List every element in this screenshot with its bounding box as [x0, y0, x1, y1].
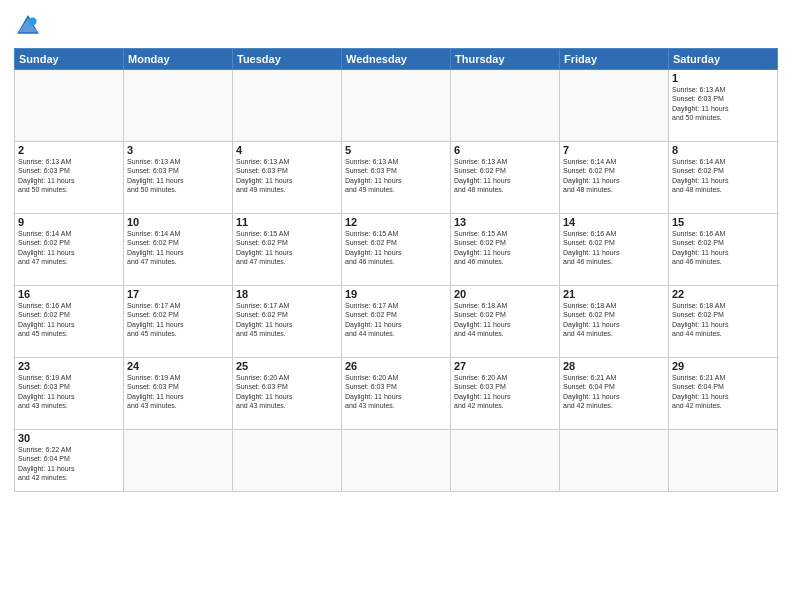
day-info: Sunrise: 6:18 AM Sunset: 6:02 PM Dayligh… — [563, 301, 665, 339]
day-cell: 9Sunrise: 6:14 AM Sunset: 6:02 PM Daylig… — [15, 214, 124, 286]
day-cell — [124, 430, 233, 492]
day-cell: 12Sunrise: 6:15 AM Sunset: 6:02 PM Dayli… — [342, 214, 451, 286]
day-number: 4 — [236, 144, 338, 156]
header — [14, 12, 778, 40]
day-cell — [560, 70, 669, 142]
day-cell: 11Sunrise: 6:15 AM Sunset: 6:02 PM Dayli… — [233, 214, 342, 286]
week-row-3: 9Sunrise: 6:14 AM Sunset: 6:02 PM Daylig… — [15, 214, 778, 286]
day-number: 28 — [563, 360, 665, 372]
day-info: Sunrise: 6:16 AM Sunset: 6:02 PM Dayligh… — [672, 229, 774, 267]
week-row-5: 23Sunrise: 6:19 AM Sunset: 6:03 PM Dayli… — [15, 358, 778, 430]
day-info: Sunrise: 6:21 AM Sunset: 6:04 PM Dayligh… — [563, 373, 665, 411]
day-cell: 10Sunrise: 6:14 AM Sunset: 6:02 PM Dayli… — [124, 214, 233, 286]
day-cell: 21Sunrise: 6:18 AM Sunset: 6:02 PM Dayli… — [560, 286, 669, 358]
weekday-header-row: SundayMondayTuesdayWednesdayThursdayFrid… — [15, 49, 778, 70]
day-info: Sunrise: 6:13 AM Sunset: 6:03 PM Dayligh… — [127, 157, 229, 195]
day-info: Sunrise: 6:15 AM Sunset: 6:02 PM Dayligh… — [236, 229, 338, 267]
day-info: Sunrise: 6:20 AM Sunset: 6:03 PM Dayligh… — [345, 373, 447, 411]
logo — [14, 12, 46, 40]
day-number: 21 — [563, 288, 665, 300]
day-cell: 16Sunrise: 6:16 AM Sunset: 6:02 PM Dayli… — [15, 286, 124, 358]
day-info: Sunrise: 6:20 AM Sunset: 6:03 PM Dayligh… — [236, 373, 338, 411]
day-number: 14 — [563, 216, 665, 228]
weekday-header-tuesday: Tuesday — [233, 49, 342, 70]
weekday-header-sunday: Sunday — [15, 49, 124, 70]
day-info: Sunrise: 6:16 AM Sunset: 6:02 PM Dayligh… — [563, 229, 665, 267]
day-cell — [342, 430, 451, 492]
day-info: Sunrise: 6:18 AM Sunset: 6:02 PM Dayligh… — [672, 301, 774, 339]
day-cell: 5Sunrise: 6:13 AM Sunset: 6:03 PM Daylig… — [342, 142, 451, 214]
day-number: 13 — [454, 216, 556, 228]
weekday-header-wednesday: Wednesday — [342, 49, 451, 70]
weekday-header-friday: Friday — [560, 49, 669, 70]
page: SundayMondayTuesdayWednesdayThursdayFrid… — [0, 0, 792, 612]
week-row-1: 1Sunrise: 6:13 AM Sunset: 6:03 PM Daylig… — [15, 70, 778, 142]
day-cell: 26Sunrise: 6:20 AM Sunset: 6:03 PM Dayli… — [342, 358, 451, 430]
day-cell: 23Sunrise: 6:19 AM Sunset: 6:03 PM Dayli… — [15, 358, 124, 430]
day-number: 17 — [127, 288, 229, 300]
day-cell: 28Sunrise: 6:21 AM Sunset: 6:04 PM Dayli… — [560, 358, 669, 430]
day-number: 6 — [454, 144, 556, 156]
day-info: Sunrise: 6:19 AM Sunset: 6:03 PM Dayligh… — [127, 373, 229, 411]
day-number: 8 — [672, 144, 774, 156]
day-info: Sunrise: 6:21 AM Sunset: 6:04 PM Dayligh… — [672, 373, 774, 411]
day-cell: 24Sunrise: 6:19 AM Sunset: 6:03 PM Dayli… — [124, 358, 233, 430]
day-number: 29 — [672, 360, 774, 372]
day-number: 11 — [236, 216, 338, 228]
day-info: Sunrise: 6:22 AM Sunset: 6:04 PM Dayligh… — [18, 445, 120, 483]
day-info: Sunrise: 6:13 AM Sunset: 6:02 PM Dayligh… — [454, 157, 556, 195]
day-info: Sunrise: 6:16 AM Sunset: 6:02 PM Dayligh… — [18, 301, 120, 339]
day-cell: 15Sunrise: 6:16 AM Sunset: 6:02 PM Dayli… — [669, 214, 778, 286]
day-info: Sunrise: 6:17 AM Sunset: 6:02 PM Dayligh… — [236, 301, 338, 339]
day-cell: 22Sunrise: 6:18 AM Sunset: 6:02 PM Dayli… — [669, 286, 778, 358]
day-info: Sunrise: 6:13 AM Sunset: 6:03 PM Dayligh… — [672, 85, 774, 123]
day-info: Sunrise: 6:13 AM Sunset: 6:03 PM Dayligh… — [345, 157, 447, 195]
day-number: 23 — [18, 360, 120, 372]
day-number: 25 — [236, 360, 338, 372]
day-cell: 18Sunrise: 6:17 AM Sunset: 6:02 PM Dayli… — [233, 286, 342, 358]
day-cell — [669, 430, 778, 492]
day-cell — [560, 430, 669, 492]
day-number: 30 — [18, 432, 120, 444]
day-cell: 20Sunrise: 6:18 AM Sunset: 6:02 PM Dayli… — [451, 286, 560, 358]
day-cell — [342, 70, 451, 142]
day-cell: 7Sunrise: 6:14 AM Sunset: 6:02 PM Daylig… — [560, 142, 669, 214]
weekday-header-monday: Monday — [124, 49, 233, 70]
day-cell: 19Sunrise: 6:17 AM Sunset: 6:02 PM Dayli… — [342, 286, 451, 358]
day-number: 9 — [18, 216, 120, 228]
day-info: Sunrise: 6:17 AM Sunset: 6:02 PM Dayligh… — [345, 301, 447, 339]
day-cell — [15, 70, 124, 142]
day-info: Sunrise: 6:14 AM Sunset: 6:02 PM Dayligh… — [563, 157, 665, 195]
day-cell: 17Sunrise: 6:17 AM Sunset: 6:02 PM Dayli… — [124, 286, 233, 358]
day-cell: 13Sunrise: 6:15 AM Sunset: 6:02 PM Dayli… — [451, 214, 560, 286]
day-cell: 27Sunrise: 6:20 AM Sunset: 6:03 PM Dayli… — [451, 358, 560, 430]
weekday-header-thursday: Thursday — [451, 49, 560, 70]
day-info: Sunrise: 6:15 AM Sunset: 6:02 PM Dayligh… — [345, 229, 447, 267]
day-info: Sunrise: 6:13 AM Sunset: 6:03 PM Dayligh… — [236, 157, 338, 195]
day-number: 10 — [127, 216, 229, 228]
week-row-4: 16Sunrise: 6:16 AM Sunset: 6:02 PM Dayli… — [15, 286, 778, 358]
day-cell: 3Sunrise: 6:13 AM Sunset: 6:03 PM Daylig… — [124, 142, 233, 214]
day-number: 18 — [236, 288, 338, 300]
day-cell — [124, 70, 233, 142]
day-cell — [233, 430, 342, 492]
day-number: 15 — [672, 216, 774, 228]
day-info: Sunrise: 6:19 AM Sunset: 6:03 PM Dayligh… — [18, 373, 120, 411]
logo-icon — [14, 12, 42, 40]
day-number: 26 — [345, 360, 447, 372]
day-cell: 8Sunrise: 6:14 AM Sunset: 6:02 PM Daylig… — [669, 142, 778, 214]
day-cell: 4Sunrise: 6:13 AM Sunset: 6:03 PM Daylig… — [233, 142, 342, 214]
day-number: 2 — [18, 144, 120, 156]
day-info: Sunrise: 6:13 AM Sunset: 6:03 PM Dayligh… — [18, 157, 120, 195]
day-number: 24 — [127, 360, 229, 372]
week-row-2: 2Sunrise: 6:13 AM Sunset: 6:03 PM Daylig… — [15, 142, 778, 214]
day-number: 1 — [672, 72, 774, 84]
day-cell — [451, 430, 560, 492]
day-number: 27 — [454, 360, 556, 372]
day-cell: 29Sunrise: 6:21 AM Sunset: 6:04 PM Dayli… — [669, 358, 778, 430]
day-info: Sunrise: 6:14 AM Sunset: 6:02 PM Dayligh… — [127, 229, 229, 267]
day-number: 5 — [345, 144, 447, 156]
day-cell — [451, 70, 560, 142]
day-number: 20 — [454, 288, 556, 300]
day-number: 19 — [345, 288, 447, 300]
